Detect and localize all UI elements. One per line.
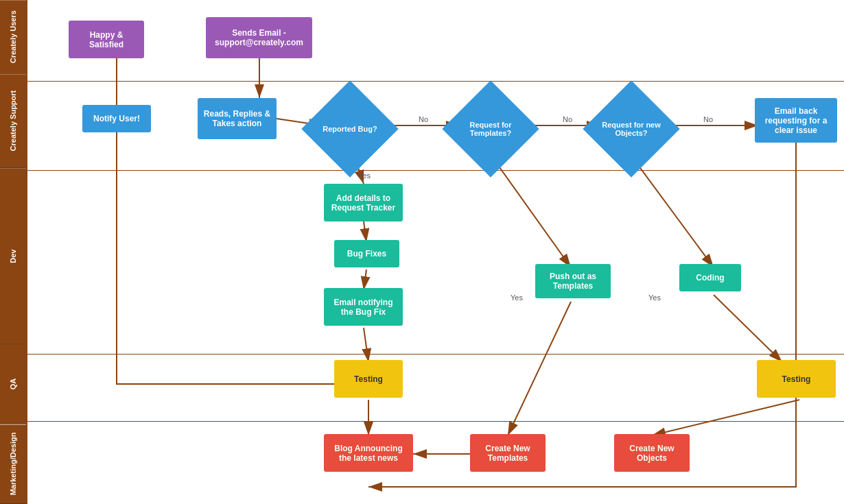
node-add-details: Add details to Request Tracker: [324, 184, 403, 221]
svg-line-14: [633, 158, 714, 267]
lane-label-marketing-design: Marketing/Design: [0, 424, 26, 504]
arrows-svg: [27, 0, 844, 504]
label-yes2: Yes: [511, 293, 523, 302]
node-request-templates: Request for Templates?: [442, 80, 539, 177]
node-reads-replies: Reads, Replies & Takes action: [198, 98, 277, 139]
node-create-templates: Create New Templates: [470, 434, 546, 472]
svg-line-13: [508, 302, 571, 435]
lane-label-creately-users: Creately Users: [0, 0, 26, 74]
svg-line-12: [493, 158, 571, 267]
lane-label-dev: Dev: [0, 169, 26, 345]
node-blog: Blog Announcing the latest news: [324, 434, 413, 472]
svg-line-8: [364, 221, 366, 242]
lane-label-qa: QA: [0, 344, 26, 424]
node-testing-1: Testing: [334, 360, 403, 398]
label-yes1: Yes: [358, 171, 371, 180]
node-sends-email: Sends Email - support@creately.com: [206, 17, 312, 58]
node-email-notifying: Email notifying the Bug Fix: [324, 288, 403, 326]
diagram-content: Happy & Satisfied Sends Email - support@…: [27, 0, 844, 504]
swim-lane-labels: Creately Users Creately Support Dev QA M…: [0, 0, 27, 504]
node-request-objects: Request for new Objects?: [583, 80, 679, 177]
label-yes3: Yes: [648, 293, 661, 302]
node-email-back: Email back requesting for a clear issue: [755, 98, 837, 143]
diagram-container: Creately Users Creately Support Dev QA M…: [0, 0, 844, 504]
node-coding: Coding: [679, 264, 741, 291]
node-testing-2: Testing: [757, 360, 836, 398]
label-no3: No: [703, 115, 713, 123]
node-happy-satisfied: Happy & Satisfied: [69, 21, 144, 58]
svg-line-9: [364, 269, 366, 290]
node-bug-fixes: Bug Fixes: [334, 240, 399, 267]
node-push-templates: Push out as Templates: [535, 264, 611, 298]
lane-divider-4: [27, 421, 844, 422]
label-no1: No: [419, 115, 428, 123]
label-no2: No: [563, 115, 572, 123]
lane-divider-1: [27, 81, 844, 82]
svg-line-16: [652, 400, 799, 435]
lane-divider-2: [27, 170, 844, 171]
svg-line-15: [714, 295, 782, 362]
node-notify-user: Notify User!: [82, 105, 151, 132]
node-create-objects: Create New Objects: [614, 434, 690, 472]
node-reported-bug: Reported Bug?: [301, 80, 398, 177]
svg-line-10: [364, 328, 368, 362]
lane-divider-3: [27, 354, 844, 355]
lane-label-creately-support: Creately Support: [0, 74, 26, 168]
